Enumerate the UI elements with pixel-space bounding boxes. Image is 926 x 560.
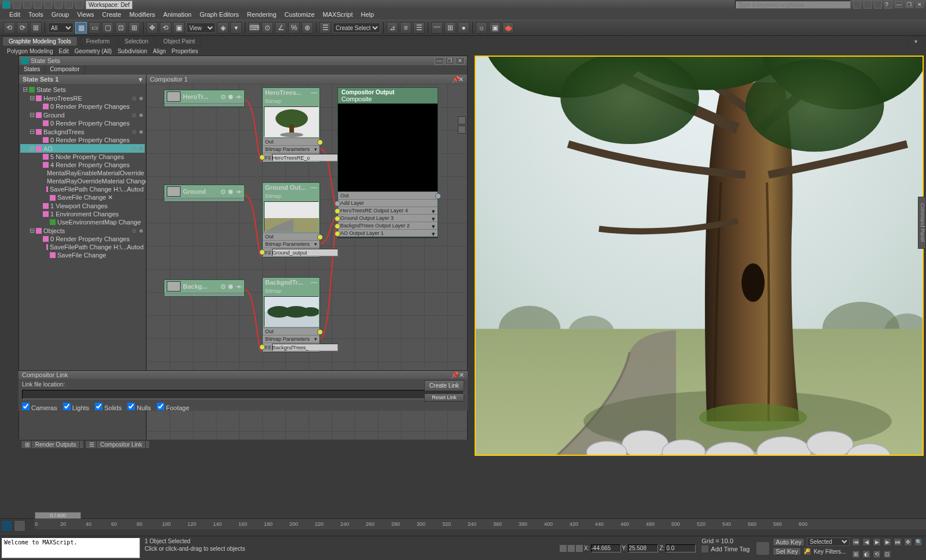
tree-node[interactable]: ⊟AO⊙ ⏺ xyxy=(20,144,145,153)
bitmap-node[interactable]: BackgndTr...—Bitmap Out Bitmap Parameter… xyxy=(262,277,320,352)
restore-button[interactable]: ❐ xyxy=(905,1,913,8)
z-input[interactable] xyxy=(666,544,696,552)
tree-node[interactable]: MentalRayOverrideMaterial Change xyxy=(20,177,145,185)
nav-zoomall-icon[interactable]: ⊞ xyxy=(852,550,860,558)
minimize-button[interactable]: — xyxy=(895,1,903,8)
menu-help[interactable]: Help xyxy=(358,10,378,19)
check-lights[interactable]: Lights xyxy=(63,403,89,411)
curve-editor-icon[interactable]: 〰 xyxy=(431,22,443,34)
tree-node[interactable]: 4 Render Property Changes xyxy=(20,161,145,169)
window-close-icon[interactable]: ✕ xyxy=(455,57,465,65)
tree-node[interactable]: 0 Render Property Changes xyxy=(20,102,145,110)
reset-link-button[interactable]: Reset Link xyxy=(424,393,464,401)
key-mode-icon[interactable] xyxy=(756,542,769,555)
angle-snap-icon[interactable]: ∠ xyxy=(275,22,286,34)
window-crossing-icon[interactable]: ⊡ xyxy=(115,22,127,34)
menu-views[interactable]: Views xyxy=(74,10,97,19)
select-object-icon[interactable]: ▦ xyxy=(75,22,87,34)
bitmap-node[interactable]: HeroTrees...—Bitmap Out Bitmap Parameter… xyxy=(262,87,320,163)
select-name-icon[interactable]: ▭ xyxy=(89,22,100,34)
maxscript-listener[interactable]: Welcome to MAXScript. xyxy=(1,537,140,558)
panel-align[interactable]: Align xyxy=(150,48,168,54)
compositor-output-node[interactable]: Compositor OutputComposite Out Add Layer… xyxy=(337,87,438,238)
favorite-icon[interactable] xyxy=(874,1,882,9)
ribbon-tab-selection[interactable]: Selection xyxy=(118,36,155,46)
ribbon-collapse-icon[interactable]: ▾ xyxy=(908,36,924,46)
lock-icon[interactable] xyxy=(560,545,567,552)
tree-node[interactable]: ⊟State Sets xyxy=(20,85,145,94)
menu-edit[interactable]: Edit xyxy=(6,10,24,19)
keyboard-shortcut-icon[interactable]: ⌨ xyxy=(248,22,260,34)
ref-coord-system[interactable]: View xyxy=(186,23,215,33)
percent-snap-icon[interactable]: % xyxy=(288,22,300,34)
tree-node[interactable]: 0 Render Property Changes xyxy=(20,235,145,243)
tree-node[interactable]: MentalRayEnableMaterialOverride Cha... xyxy=(20,169,145,177)
play-icon[interactable]: ▶ xyxy=(873,538,881,546)
nav-orbit-icon[interactable]: ⟲ xyxy=(873,550,881,558)
nav-pan-icon[interactable]: ✥ xyxy=(904,538,912,546)
named-selection[interactable]: Create Selection Se xyxy=(333,23,380,33)
menu-modifiers[interactable]: Modifiers xyxy=(126,10,159,19)
tree-node[interactable]: SaveFilePath Change H:\...Autod xyxy=(20,185,145,193)
time-config-icon[interactable] xyxy=(1,520,13,532)
layers-icon[interactable]: ☰ xyxy=(413,22,425,34)
timetag-icon[interactable] xyxy=(701,546,708,552)
state-node[interactable]: Ground⊙ ⏺ ＋ xyxy=(164,185,245,202)
next-frame-icon[interactable]: ▶ xyxy=(883,538,891,546)
panel-properties[interactable]: Properties xyxy=(170,48,201,54)
select-link-icon[interactable]: ⟲ xyxy=(3,22,15,34)
signin-icon[interactable] xyxy=(853,1,861,9)
schematic-icon[interactable]: ⊞ xyxy=(444,22,456,34)
close-icon[interactable]: ✕ xyxy=(459,371,464,379)
timeline[interactable]: 0 / 600 02040608010012014016018020022024… xyxy=(0,518,926,536)
isolate-icon[interactable] xyxy=(568,545,575,552)
unlink-icon[interactable]: ⟳ xyxy=(17,22,28,34)
tree-node[interactable]: ⊟HeroTreesRE⊙ ⏺ xyxy=(20,94,145,102)
save-icon[interactable] xyxy=(34,1,42,9)
nav-zoom-icon[interactable]: 🔍 xyxy=(914,538,923,546)
tab-compositor-link[interactable]: ☰ Compositor Link xyxy=(85,440,150,449)
menu-customize[interactable]: Customize xyxy=(281,10,318,19)
workspace-selector[interactable]: Workspace: Def xyxy=(86,1,133,9)
new-icon[interactable] xyxy=(13,1,21,9)
tree-node[interactable]: 5 Node Property Changes xyxy=(20,153,145,161)
pivot-icon[interactable]: ◈ xyxy=(217,22,229,34)
menu-animation[interactable]: Animation xyxy=(160,10,195,19)
nav-max-icon[interactable]: ⊡ xyxy=(883,550,891,558)
time-slider[interactable]: 0 / 600 xyxy=(35,512,81,519)
tab-render-outputs[interactable]: ⊞ Render Outputs xyxy=(21,440,84,449)
menu-rendering[interactable]: Rendering xyxy=(244,10,280,19)
window-max-icon[interactable]: ❐ xyxy=(445,57,454,65)
menu-maxscript[interactable]: MAXScript xyxy=(319,10,357,19)
key-filter-select[interactable]: Selected xyxy=(807,537,850,546)
menu-create[interactable]: Create xyxy=(98,10,124,19)
bitmap-node[interactable]: Ground Out...—Bitmap Out Bitmap Paramete… xyxy=(262,182,320,257)
tree-node[interactable]: SaveFile Change xyxy=(20,251,145,259)
pin-icon[interactable]: 📌 xyxy=(452,76,458,83)
abs-rel-icon[interactable] xyxy=(576,545,583,552)
select-region-icon[interactable]: ▢ xyxy=(102,22,113,34)
nav-fov-icon[interactable]: ◐ xyxy=(862,550,870,558)
tree-header[interactable]: State Sets 1▾ xyxy=(19,75,146,84)
pin-icon[interactable]: 📌 xyxy=(451,371,459,379)
manip-icon[interactable]: ▾ xyxy=(230,22,242,34)
bind-icon[interactable]: ⊞ xyxy=(30,22,42,34)
state-tree[interactable]: ⊟State Sets⊟HeroTreesRE⊙ ⏺0 Render Prope… xyxy=(19,84,146,260)
search-input[interactable] xyxy=(735,1,851,9)
prev-frame-icon[interactable]: ◀ xyxy=(862,538,870,546)
time-display-icon[interactable] xyxy=(14,520,25,532)
spinner-snap-icon[interactable]: ⊕ xyxy=(302,22,313,34)
tree-node[interactable]: 1 Viewport Changes xyxy=(20,202,145,210)
edit-named-icon[interactable]: ☰ xyxy=(319,22,331,34)
check-cameras[interactable]: Cameras xyxy=(22,403,57,411)
close-pane-icon[interactable]: ✕ xyxy=(458,76,464,83)
tab-states[interactable]: States xyxy=(19,65,45,75)
autokey-button[interactable]: Auto Key xyxy=(773,538,804,546)
menu-group[interactable]: Group xyxy=(48,10,73,19)
paint-select-icon[interactable]: ⊞ xyxy=(128,22,140,34)
menu-graph-editors[interactable]: Graph Editors xyxy=(196,10,242,19)
panel-polymodel[interactable]: Polygon Modeling xyxy=(5,48,56,54)
create-link-button[interactable]: Create Link xyxy=(424,380,464,391)
y-input[interactable] xyxy=(628,544,658,552)
tree-node[interactable]: ⊟Objects⊙ ⏺ xyxy=(20,226,145,235)
